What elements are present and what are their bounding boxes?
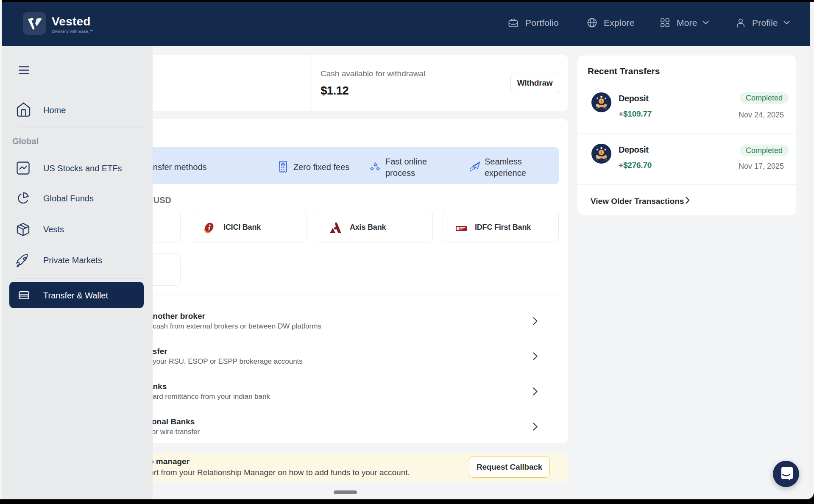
svg-text:$: $: [600, 99, 602, 103]
svg-text:$: $: [600, 150, 602, 155]
